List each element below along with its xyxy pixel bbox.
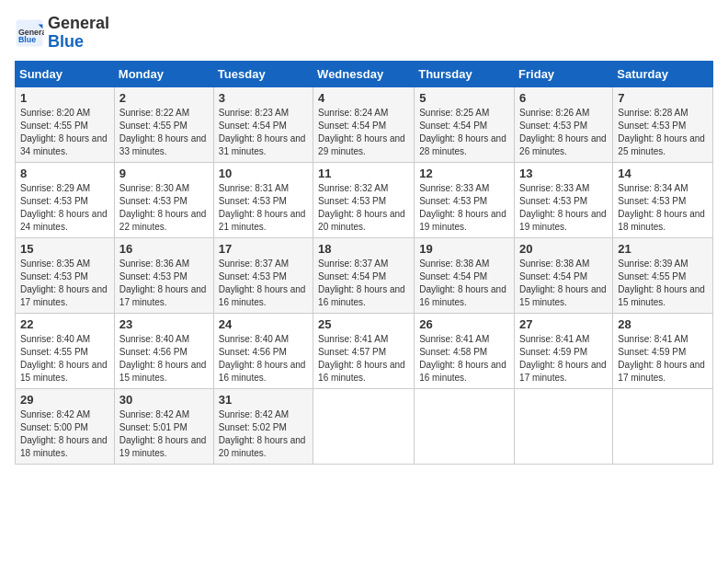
day-cell: 1Sunrise: 8:20 AMSunset: 4:55 PMDaylight… xyxy=(16,86,115,162)
day-cell: 29Sunrise: 8:42 AMSunset: 5:00 PMDayligh… xyxy=(16,388,115,464)
day-info: Sunrise: 8:34 AMSunset: 4:53 PMDaylight:… xyxy=(618,183,705,232)
day-number: 2 xyxy=(119,91,209,105)
day-info: Sunrise: 8:42 AMSunset: 5:02 PMDaylight:… xyxy=(219,409,306,458)
week-row-2: 8Sunrise: 8:29 AMSunset: 4:53 PMDaylight… xyxy=(16,162,713,237)
day-cell: 12Sunrise: 8:33 AMSunset: 4:53 PMDayligh… xyxy=(415,162,515,237)
day-number: 5 xyxy=(419,91,509,105)
day-info: Sunrise: 8:30 AMSunset: 4:53 PMDaylight:… xyxy=(119,183,207,232)
day-cell: 31Sunrise: 8:42 AMSunset: 5:02 PMDayligh… xyxy=(213,388,313,464)
day-number: 14 xyxy=(618,167,708,180)
day-info: Sunrise: 8:23 AMSunset: 4:54 PMDaylight:… xyxy=(219,108,306,156)
day-cell xyxy=(613,388,713,464)
day-number: 18 xyxy=(318,242,409,256)
day-number: 21 xyxy=(618,242,708,256)
day-cell: 15Sunrise: 8:35 AMSunset: 4:53 PMDayligh… xyxy=(16,237,115,313)
day-number: 30 xyxy=(119,393,209,407)
day-info: Sunrise: 8:37 AMSunset: 4:54 PMDaylight:… xyxy=(318,259,405,307)
day-cell: 22Sunrise: 8:40 AMSunset: 4:55 PMDayligh… xyxy=(16,313,115,388)
day-number: 4 xyxy=(318,91,409,105)
day-number: 19 xyxy=(419,242,509,256)
week-row-5: 29Sunrise: 8:42 AMSunset: 5:00 PMDayligh… xyxy=(16,388,713,464)
day-cell: 7Sunrise: 8:28 AMSunset: 4:53 PMDaylight… xyxy=(613,86,713,162)
day-info: Sunrise: 8:35 AMSunset: 4:53 PMDaylight:… xyxy=(20,259,108,307)
day-cell: 30Sunrise: 8:42 AMSunset: 5:01 PMDayligh… xyxy=(114,388,213,464)
day-cell: 5Sunrise: 8:25 AMSunset: 4:54 PMDaylight… xyxy=(415,86,515,162)
col-tuesday: Tuesday xyxy=(213,61,313,86)
day-info: Sunrise: 8:29 AMSunset: 4:53 PMDaylight:… xyxy=(20,183,108,232)
day-number: 24 xyxy=(219,317,308,331)
day-number: 16 xyxy=(119,242,209,256)
col-sunday: Sunday xyxy=(16,61,115,86)
day-cell: 27Sunrise: 8:41 AMSunset: 4:59 PMDayligh… xyxy=(515,313,613,388)
day-cell: 14Sunrise: 8:34 AMSunset: 4:53 PMDayligh… xyxy=(613,162,713,237)
day-info: Sunrise: 8:33 AMSunset: 4:53 PMDaylight:… xyxy=(519,183,607,232)
week-row-4: 22Sunrise: 8:40 AMSunset: 4:55 PMDayligh… xyxy=(16,313,713,388)
day-cell: 13Sunrise: 8:33 AMSunset: 4:53 PMDayligh… xyxy=(515,162,613,237)
day-info: Sunrise: 8:32 AMSunset: 4:53 PMDaylight:… xyxy=(318,183,405,232)
day-number: 27 xyxy=(519,317,608,331)
day-info: Sunrise: 8:38 AMSunset: 4:54 PMDaylight:… xyxy=(519,259,607,307)
day-info: Sunrise: 8:42 AMSunset: 5:01 PMDaylight:… xyxy=(119,409,207,458)
day-number: 17 xyxy=(219,242,308,256)
day-cell: 11Sunrise: 8:32 AMSunset: 4:53 PMDayligh… xyxy=(313,162,415,237)
day-info: Sunrise: 8:40 AMSunset: 4:56 PMDaylight:… xyxy=(119,334,207,383)
day-info: Sunrise: 8:38 AMSunset: 4:54 PMDaylight:… xyxy=(419,259,506,307)
day-cell: 18Sunrise: 8:37 AMSunset: 4:54 PMDayligh… xyxy=(313,237,415,313)
day-info: Sunrise: 8:41 AMSunset: 4:59 PMDaylight:… xyxy=(519,334,607,383)
day-number: 23 xyxy=(119,317,209,331)
day-info: Sunrise: 8:33 AMSunset: 4:53 PMDaylight:… xyxy=(419,183,506,232)
day-info: Sunrise: 8:26 AMSunset: 4:53 PMDaylight:… xyxy=(519,108,607,156)
col-friday: Friday xyxy=(515,61,613,86)
day-number: 8 xyxy=(20,167,109,180)
day-number: 10 xyxy=(219,167,308,180)
day-cell: 4Sunrise: 8:24 AMSunset: 4:54 PMDaylight… xyxy=(313,86,415,162)
header-row: Sunday Monday Tuesday Wednesday Thursday… xyxy=(16,61,713,86)
day-info: Sunrise: 8:40 AMSunset: 4:56 PMDaylight:… xyxy=(219,334,306,383)
day-number: 15 xyxy=(20,242,109,256)
day-info: Sunrise: 8:41 AMSunset: 4:58 PMDaylight:… xyxy=(419,334,506,383)
day-info: Sunrise: 8:42 AMSunset: 5:00 PMDaylight:… xyxy=(20,409,108,458)
col-wednesday: Wednesday xyxy=(313,61,415,86)
day-number: 26 xyxy=(419,317,509,331)
day-number: 7 xyxy=(618,91,708,105)
header: General Blue General Blue xyxy=(15,15,713,52)
day-cell: 25Sunrise: 8:41 AMSunset: 4:57 PMDayligh… xyxy=(313,313,415,388)
logo-icon: General Blue xyxy=(15,18,44,48)
day-number: 1 xyxy=(20,91,109,105)
day-info: Sunrise: 8:31 AMSunset: 4:53 PMDaylight:… xyxy=(219,183,306,232)
day-cell: 26Sunrise: 8:41 AMSunset: 4:58 PMDayligh… xyxy=(415,313,515,388)
day-cell xyxy=(313,388,415,464)
day-number: 20 xyxy=(519,242,608,256)
day-cell: 3Sunrise: 8:23 AMSunset: 4:54 PMDaylight… xyxy=(213,86,313,162)
day-cell: 8Sunrise: 8:29 AMSunset: 4:53 PMDaylight… xyxy=(16,162,115,237)
day-number: 29 xyxy=(20,393,109,407)
calendar-table: Sunday Monday Tuesday Wednesday Thursday… xyxy=(15,61,713,465)
col-monday: Monday xyxy=(114,61,213,86)
day-number: 31 xyxy=(219,393,308,407)
calendar-container: General Blue General Blue Sunday Monday … xyxy=(0,0,728,472)
day-cell: 2Sunrise: 8:22 AMSunset: 4:55 PMDaylight… xyxy=(114,86,213,162)
day-cell: 28Sunrise: 8:41 AMSunset: 4:59 PMDayligh… xyxy=(613,313,713,388)
day-cell: 9Sunrise: 8:30 AMSunset: 4:53 PMDaylight… xyxy=(114,162,213,237)
day-info: Sunrise: 8:24 AMSunset: 4:54 PMDaylight:… xyxy=(318,108,405,156)
col-saturday: Saturday xyxy=(613,61,713,86)
day-cell: 16Sunrise: 8:36 AMSunset: 4:53 PMDayligh… xyxy=(114,237,213,313)
col-thursday: Thursday xyxy=(415,61,515,86)
week-row-1: 1Sunrise: 8:20 AMSunset: 4:55 PMDaylight… xyxy=(16,86,713,162)
day-cell: 21Sunrise: 8:39 AMSunset: 4:55 PMDayligh… xyxy=(613,237,713,313)
day-number: 6 xyxy=(519,91,608,105)
week-row-3: 15Sunrise: 8:35 AMSunset: 4:53 PMDayligh… xyxy=(16,237,713,313)
day-info: Sunrise: 8:39 AMSunset: 4:55 PMDaylight:… xyxy=(618,259,705,307)
day-cell: 23Sunrise: 8:40 AMSunset: 4:56 PMDayligh… xyxy=(114,313,213,388)
day-info: Sunrise: 8:36 AMSunset: 4:53 PMDaylight:… xyxy=(119,259,207,307)
day-info: Sunrise: 8:28 AMSunset: 4:53 PMDaylight:… xyxy=(618,108,705,156)
day-cell xyxy=(415,388,515,464)
day-info: Sunrise: 8:22 AMSunset: 4:55 PMDaylight:… xyxy=(119,108,207,156)
day-number: 9 xyxy=(119,167,209,180)
logo: General Blue General Blue xyxy=(15,15,109,52)
day-number: 11 xyxy=(318,167,409,180)
day-cell: 24Sunrise: 8:40 AMSunset: 4:56 PMDayligh… xyxy=(213,313,313,388)
day-cell: 20Sunrise: 8:38 AMSunset: 4:54 PMDayligh… xyxy=(515,237,613,313)
day-cell: 10Sunrise: 8:31 AMSunset: 4:53 PMDayligh… xyxy=(213,162,313,237)
day-info: Sunrise: 8:25 AMSunset: 4:54 PMDaylight:… xyxy=(419,108,506,156)
